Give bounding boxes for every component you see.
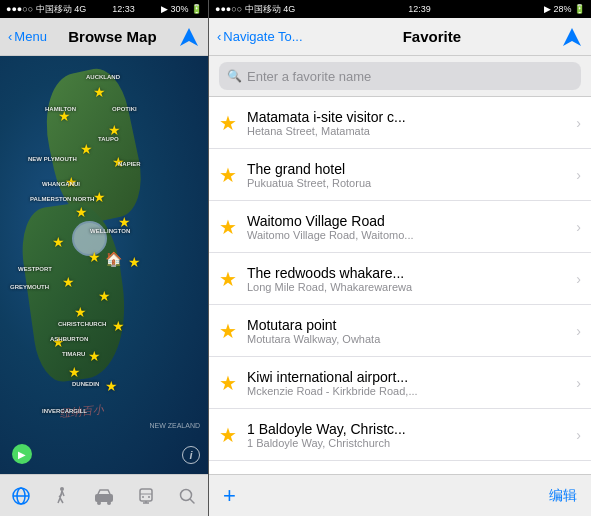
favorite-text: Motutara point Motutara Walkway, Owhata	[247, 317, 570, 345]
svg-line-6	[62, 491, 64, 496]
map-star-1: ★	[93, 84, 106, 100]
chevron-right-icon: ›	[576, 115, 581, 131]
walk-tab-button[interactable]	[51, 485, 73, 507]
map-star-16: ★	[112, 318, 125, 334]
favorite-star-icon: ★	[219, 423, 237, 447]
chevron-right-icon: ›	[576, 323, 581, 339]
place-westport: WESTPORT	[18, 266, 52, 272]
navigate-to-back-button[interactable]: ‹ Navigate To...	[217, 29, 303, 44]
map-area[interactable]: ★ ★ ★ ★ ★ ★ ★ ★ ★ ★ ★ ★ ★ ★ ★ ★ ★ ★ ★ ★ …	[0, 56, 208, 474]
search-tab-button[interactable]	[176, 485, 198, 507]
left-navbar: ‹ Menu Browse Map	[0, 18, 208, 56]
favorite-text: The grand hotel Pukuatua Street, Rotorua	[247, 161, 570, 189]
search-bar[interactable]: 🔍 Enter a favorite name	[219, 62, 581, 90]
svg-point-17	[148, 496, 150, 498]
svg-rect-10	[95, 494, 113, 502]
map-star-12: ★	[128, 254, 141, 270]
favorite-name: Motutara point	[247, 317, 570, 333]
favorite-subtitle: Hetana Street, Matamata	[247, 125, 570, 137]
place-invercargill: INVERCARGILL	[42, 408, 87, 414]
right-bottom-toolbar: + 编辑	[209, 474, 591, 516]
place-auckland: AUCKLAND	[86, 74, 120, 80]
transit-tab-button[interactable]	[135, 485, 157, 507]
map-info-button[interactable]: i	[182, 446, 200, 464]
favorite-item-2[interactable]: ★ The grand hotel Pukuatua Street, Rotor…	[209, 149, 591, 201]
search-bar-container: 🔍 Enter a favorite name	[209, 56, 591, 97]
favorite-star-icon: ★	[219, 371, 237, 395]
favorite-item-6[interactable]: ★ Kiwi international airport... Mckenzie…	[209, 357, 591, 409]
favorite-item-1[interactable]: ★ Matamata i-site visitor c... Hetana St…	[209, 97, 591, 149]
menu-back-button[interactable]: ‹ Menu	[8, 29, 47, 44]
right-navbar: ‹ Navigate To... Favorite	[209, 18, 591, 56]
map-star-7: ★	[93, 189, 106, 205]
favorite-star-icon: ★	[219, 111, 237, 135]
left-carrier: ●●●○○ 中国移动 4G	[6, 3, 86, 16]
place-wellington: WELLINGTON	[90, 228, 130, 234]
add-favorite-button[interactable]: +	[223, 485, 236, 507]
right-panel: ●●●○○ 中国移动 4G 12:39 ▶ 28% 🔋 ‹ Navigate T…	[209, 0, 591, 516]
map-star-10: ★	[52, 234, 65, 250]
favorite-star-icon: ★	[219, 267, 237, 291]
chevron-left-icon: ‹	[217, 29, 221, 44]
favorite-item-3[interactable]: ★ Waitomo Village Road Waitomo Village R…	[209, 201, 591, 253]
search-icon: 🔍	[227, 69, 242, 83]
favorites-list: ★ Matamata i-site visitor c... Hetana St…	[209, 97, 591, 474]
favorite-subtitle: Long Mile Road, Whakarewarewa	[247, 281, 570, 293]
place-greymouth: GREYMOUTH	[10, 284, 49, 290]
favorite-subtitle: Waitomo Village Road, Waitomo...	[247, 229, 570, 241]
car-tab-button[interactable]	[93, 485, 115, 507]
globe-tab-button[interactable]	[10, 485, 32, 507]
favorite-item-7[interactable]: ★ 1 Baldoyle Way, Christc... 1 Baldoyle …	[209, 409, 591, 461]
place-opotiki: OPOTIKI	[112, 106, 137, 112]
favorite-title: Favorite	[403, 28, 461, 45]
place-whanganui: WHANGANUI	[42, 181, 80, 187]
favorite-text: Waitomo Village Road Waitomo Village Roa…	[247, 213, 570, 241]
favorite-subtitle: Pukuatua Street, Rotorua	[247, 177, 570, 189]
place-ashburton: ASHBURTON	[50, 336, 88, 342]
menu-back-label: Menu	[14, 29, 47, 44]
favorite-text: The redwoods whakare... Long Mile Road, …	[247, 265, 570, 293]
favorite-star-icon: ★	[219, 215, 237, 239]
place-hamilton: HAMILTON	[45, 106, 76, 112]
favorite-item-4[interactable]: ★ The redwoods whakare... Long Mile Road…	[209, 253, 591, 305]
favorite-name: Waitomo Village Road	[247, 213, 570, 229]
favorite-subtitle: Motutara Walkway, Owhata	[247, 333, 570, 345]
left-time: 12:33	[112, 4, 135, 14]
favorite-name: The redwoods whakare...	[247, 265, 570, 281]
place-napier: NAPIER	[118, 161, 141, 167]
favorite-name: 1 Baldoyle Way, Christc...	[247, 421, 570, 437]
browse-map-title: Browse Map	[68, 28, 156, 45]
svg-marker-0	[180, 28, 198, 46]
favorite-name: Kiwi international airport...	[247, 369, 570, 385]
right-time: 12:39	[408, 4, 431, 14]
svg-point-19	[181, 489, 192, 500]
current-location-button[interactable]: ▶	[12, 444, 32, 464]
svg-point-12	[107, 501, 111, 505]
map-star-11: ★	[88, 249, 101, 265]
left-battery: ▶ 30% 🔋	[161, 4, 202, 14]
place-christchurch: CHRISTCHURCH	[58, 321, 106, 327]
search-placeholder: Enter a favorite name	[247, 69, 371, 84]
favorite-name: The grand hotel	[247, 161, 570, 177]
svg-rect-13	[140, 489, 152, 501]
favorite-text: Matamata i-site visitor c... Hetana Stre…	[247, 109, 570, 137]
svg-point-16	[142, 496, 144, 498]
place-dunedin: DUNEDIN	[72, 381, 99, 387]
chevron-left-icon: ‹	[8, 29, 12, 44]
left-bottom-toolbar	[0, 474, 208, 516]
chevron-right-icon: ›	[576, 167, 581, 183]
navigation-arrow-icon	[561, 26, 583, 48]
right-carrier: ●●●○○ 中国移动 4G	[215, 3, 295, 16]
chevron-right-icon: ›	[576, 271, 581, 287]
map-star-14: ★	[98, 288, 111, 304]
location-pin: 🏠	[105, 251, 122, 267]
favorite-item-8[interactable]: ★ The hub hornby Unnamed Road, Hornby ›	[209, 461, 591, 474]
edit-button[interactable]: 编辑	[549, 487, 577, 505]
svg-line-8	[60, 498, 63, 503]
place-new-plymouth: NEW PLYMOUTH	[28, 156, 77, 162]
svg-point-11	[97, 501, 101, 505]
favorite-item-5[interactable]: ★ Motutara point Motutara Walkway, Owhat…	[209, 305, 591, 357]
navigate-to-label: Navigate To...	[223, 29, 302, 44]
favorite-text: 1 Baldoyle Way, Christc... 1 Baldoyle Wa…	[247, 421, 570, 449]
left-statusbar: ●●●○○ 中国移动 4G 12:33 ▶ 30% 🔋	[0, 0, 208, 18]
